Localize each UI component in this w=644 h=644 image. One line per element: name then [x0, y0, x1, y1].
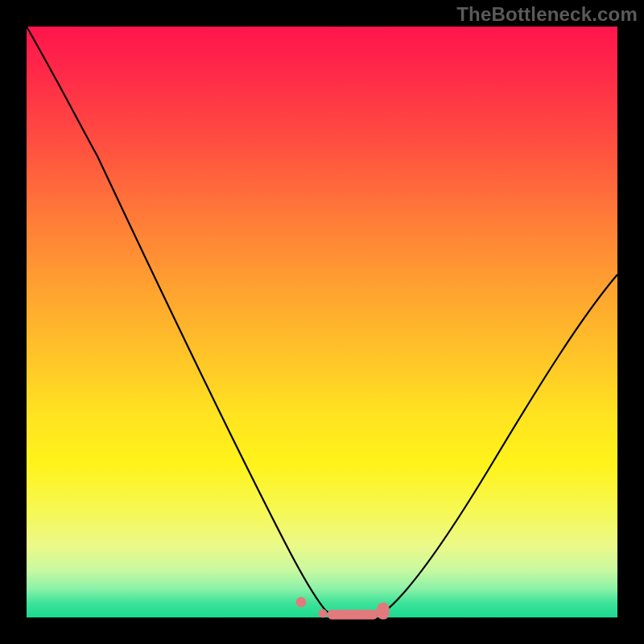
- svg-point-0: [296, 597, 306, 607]
- svg-rect-2: [328, 610, 378, 619]
- flat-bottom-markers: [296, 597, 389, 619]
- svg-point-1: [319, 609, 327, 617]
- chart-frame: TheBottleneck.com: [0, 0, 644, 644]
- plot-area: [27, 27, 617, 617]
- curve-svg: [27, 27, 617, 617]
- watermark-text: TheBottleneck.com: [456, 3, 638, 26]
- bottleneck-curve-path: [27, 27, 617, 617]
- svg-rect-4: [378, 603, 389, 619]
